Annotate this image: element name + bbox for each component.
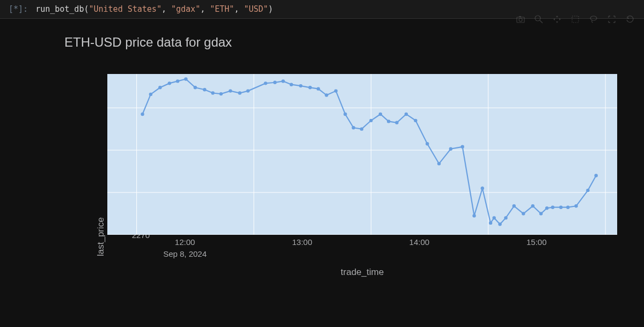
data-point[interactable] (343, 113, 347, 116)
data-point[interactable] (290, 83, 293, 86)
data-point[interactable] (379, 113, 382, 116)
data-point[interactable] (498, 222, 501, 226)
data-point[interactable] (369, 119, 372, 122)
price-line (143, 79, 596, 225)
x-tick-label: 15:00 (526, 237, 547, 247)
data-point[interactable] (309, 86, 312, 89)
data-point[interactable] (594, 174, 597, 177)
data-point[interactable] (414, 119, 417, 122)
plot-area[interactable] (107, 74, 617, 235)
data-point[interactable] (395, 121, 398, 124)
data-point[interactable] (325, 93, 328, 96)
data-point[interactable] (586, 189, 589, 192)
data-point[interactable] (317, 87, 320, 90)
data-point[interactable] (273, 81, 276, 84)
svg-rect-2 (519, 16, 521, 17)
plot-container: last_price 2270228022902300 12:0013:0014… (48, 74, 623, 235)
data-point[interactable] (281, 79, 284, 83)
data-point[interactable] (449, 147, 452, 151)
data-point[interactable] (551, 205, 554, 209)
data-point[interactable] (238, 91, 241, 94)
data-point[interactable] (264, 81, 267, 85)
data-point[interactable] (149, 93, 152, 96)
data-point[interactable] (513, 204, 516, 207)
data-point[interactable] (489, 221, 492, 225)
data-point[interactable] (176, 79, 179, 83)
x-tick-label: 12:00 (175, 237, 195, 247)
data-point[interactable] (504, 216, 507, 219)
data-point[interactable] (531, 204, 535, 207)
data-point[interactable] (437, 162, 441, 165)
data-point[interactable] (141, 113, 144, 116)
data-point[interactable] (246, 89, 250, 92)
data-point[interactable] (405, 113, 408, 116)
data-point[interactable] (461, 145, 464, 148)
data-point[interactable] (352, 126, 355, 129)
x-axis-label: trade_time (107, 267, 617, 278)
data-point[interactable] (334, 89, 338, 92)
cell-prompt: [*]: (4, 2, 32, 16)
x-tick-label: 14:00 (409, 237, 430, 247)
data-point[interactable] (168, 81, 171, 85)
chart-output: ETH-USD price data for gdax last_price 2… (0, 19, 644, 278)
data-point[interactable] (545, 206, 548, 210)
data-point[interactable] (360, 127, 363, 130)
data-point[interactable] (184, 77, 187, 80)
line-chart-svg (107, 74, 617, 235)
data-point[interactable] (522, 212, 525, 215)
data-point[interactable] (539, 212, 543, 215)
data-point[interactable] (158, 86, 162, 89)
data-point[interactable] (194, 86, 197, 89)
data-point[interactable] (574, 204, 577, 207)
code-content[interactable]: run_bot_db("United States", "gdax", "ETH… (32, 2, 640, 16)
data-point[interactable] (472, 214, 475, 217)
x-tick-label: 13:00 (292, 237, 312, 247)
data-point[interactable] (203, 88, 206, 91)
data-point[interactable] (387, 120, 390, 123)
data-point[interactable] (299, 84, 302, 87)
data-point[interactable] (566, 205, 569, 209)
chart-title: ETH-USD price data for gdax (64, 35, 623, 50)
y-axis-label: last_price (96, 217, 106, 256)
data-point[interactable] (492, 216, 495, 219)
data-point[interactable] (229, 89, 232, 92)
data-point[interactable] (559, 205, 562, 209)
date-label: Sep 8, 2024 (163, 249, 207, 258)
data-point[interactable] (219, 92, 223, 95)
data-point[interactable] (211, 91, 214, 94)
data-point[interactable] (426, 142, 429, 145)
data-point[interactable] (481, 187, 484, 190)
